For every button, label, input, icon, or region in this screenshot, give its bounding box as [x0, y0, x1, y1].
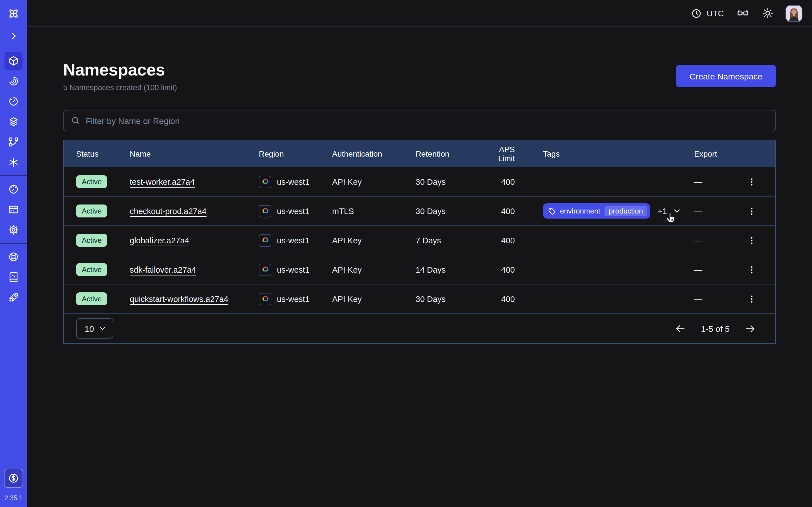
sidebar-item-timer[interactable]	[0, 91, 27, 112]
dollar-badge-icon	[8, 473, 19, 484]
user-avatar[interactable]	[786, 5, 802, 21]
auth-cell: API Key	[332, 265, 416, 274]
sidebar-item-layers[interactable]	[0, 112, 27, 132]
layers-icon	[8, 116, 19, 127]
region-label: us-west1	[277, 294, 310, 303]
google-cloud-icon	[259, 175, 271, 188]
namespace-link[interactable]: globalizer.a27a4	[130, 236, 189, 245]
row-menu-button[interactable]	[744, 232, 760, 248]
export-cell: —	[692, 207, 741, 216]
next-page-button[interactable]	[744, 323, 756, 334]
region-label: us-west1	[277, 207, 310, 216]
credits-button[interactable]	[4, 469, 23, 488]
column-header-tags: Tags	[523, 149, 692, 158]
table-row: Active quickstart-workflows.a27a4 us-wes…	[64, 284, 775, 314]
sidebar-item-usage[interactable]	[0, 179, 27, 200]
page-size-select[interactable]: 10	[76, 318, 113, 339]
sidebar-expand-button[interactable]	[0, 27, 27, 45]
book-sparkle-icon	[8, 272, 19, 283]
asterisk-icon	[8, 157, 19, 168]
temporal-logo[interactable]	[0, 0, 27, 27]
retention-cell: 7 Days	[416, 236, 480, 245]
pagination-range: 1-5 of 5	[701, 324, 730, 333]
column-header-retention: Retention	[416, 149, 480, 158]
export-cell: —	[692, 265, 741, 274]
aps-limit-cell: 400	[480, 207, 523, 216]
column-header-aps-limit: APS Limit	[480, 145, 523, 163]
previous-page-button[interactable]	[674, 323, 686, 334]
auth-cell: mTLS	[332, 207, 416, 216]
kebab-icon	[747, 206, 757, 216]
kebab-icon	[747, 177, 757, 187]
status-badge: Active	[76, 292, 107, 305]
sidebar-item-settings[interactable]	[0, 220, 27, 240]
namespace-link[interactable]: checkout-prod.a27a4	[130, 207, 207, 216]
timezone-label: UTC	[707, 8, 724, 18]
tag-icon	[548, 207, 556, 215]
page-title: Namespaces	[63, 60, 177, 79]
sidebar-item-branch[interactable]	[0, 132, 27, 152]
google-cloud-icon	[259, 293, 271, 305]
retention-cell: 14 Days	[416, 265, 480, 274]
sidebar-item-support[interactable]	[0, 247, 27, 267]
tag-value: production	[604, 206, 647, 216]
sidebar-item-getting-started[interactable]	[0, 287, 27, 307]
create-namespace-button[interactable]: Create Namespace	[676, 65, 776, 87]
chevron-right-icon	[8, 31, 18, 41]
namespaces-table: Status Name Region Authentication Retent…	[63, 140, 776, 344]
auth-cell: API Key	[332, 294, 416, 303]
namespace-link[interactable]: sdk-failover.a27a4	[130, 265, 196, 274]
row-menu-button[interactable]	[744, 174, 760, 189]
row-menu-button[interactable]	[744, 203, 760, 219]
region-label: us-west1	[277, 265, 310, 274]
app-version: 2.35.1	[4, 495, 22, 501]
aps-limit-cell: 400	[480, 236, 523, 245]
google-cloud-icon	[259, 234, 271, 246]
filter-input[interactable]	[86, 116, 769, 125]
google-cloud-icon	[259, 205, 271, 217]
sidebar-item-billing[interactable]	[0, 200, 27, 220]
table-header-row: Status Name Region Authentication Retent…	[64, 140, 775, 167]
cube-icon	[8, 55, 19, 66]
table-row: Active checkout-prod.a27a4 us-west1 mTLS…	[64, 196, 775, 226]
page-subtitle: 5 Namespaces created (100 limit)	[63, 83, 177, 92]
auth-cell: API Key	[332, 236, 416, 245]
aps-limit-cell: 400	[480, 265, 523, 274]
sidebar-divider	[0, 175, 27, 176]
region-label: us-west1	[277, 177, 310, 186]
search-icon	[70, 115, 81, 126]
tags-cell: environment production +1	[523, 203, 692, 219]
table-row: Active globalizer.a27a4 us-west1 API Key…	[64, 226, 775, 255]
column-header-name: Name	[130, 149, 259, 158]
sidebar-item-namespaces[interactable]	[0, 51, 27, 71]
gauge-icon	[8, 184, 19, 195]
theme-toggle-button[interactable]	[762, 7, 774, 19]
clock-icon	[691, 8, 702, 19]
sidebar-item-radar[interactable]	[0, 71, 27, 91]
table-row: Active test-worker.a27a4 us-west1 API Ke…	[64, 167, 775, 196]
row-menu-button[interactable]	[744, 262, 760, 277]
export-cell: —	[692, 177, 741, 186]
main-content: Namespaces 5 Namespaces created (100 lim…	[27, 27, 812, 507]
sidebar-item-asterisk[interactable]	[0, 152, 27, 172]
gear-icon	[8, 224, 19, 235]
status-badge: Active	[76, 263, 107, 276]
arrow-right-icon	[744, 323, 756, 334]
export-cell: —	[692, 236, 741, 245]
tag-pill[interactable]: environment production	[543, 203, 651, 219]
row-menu-button[interactable]	[744, 291, 760, 307]
tags-expand-button[interactable]	[672, 206, 682, 216]
timezone-selector[interactable]: UTC	[691, 8, 724, 19]
aps-limit-cell: 400	[480, 177, 523, 186]
export-cell: —	[692, 294, 741, 303]
temporal-logo-icon	[7, 7, 20, 20]
column-header-export: Export	[692, 149, 741, 158]
status-badge: Active	[76, 205, 107, 217]
namespace-link[interactable]: quickstart-workflows.a27a4	[130, 294, 229, 303]
namespace-link[interactable]: test-worker.a27a4	[130, 177, 195, 186]
labs-toggle-button[interactable]	[737, 7, 749, 20]
kebab-icon	[747, 294, 757, 304]
chevron-down-icon	[99, 325, 107, 332]
sidebar-item-docs[interactable]	[0, 267, 27, 287]
retention-cell: 30 Days	[416, 207, 480, 216]
